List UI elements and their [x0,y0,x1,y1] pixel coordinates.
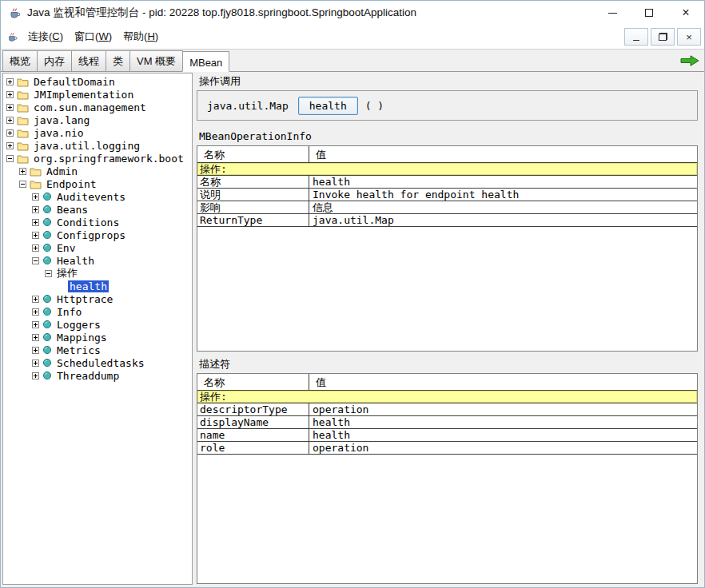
table-row[interactable]: 说明Invoke health for endpoint health [197,189,697,201]
column-header-name[interactable]: 名称 [197,146,309,162]
tree-item-configprops[interactable]: Configprops [3,228,192,241]
menubar: 连接(C)窗口(W)帮助(H) × [1,25,704,50]
table-row[interactable]: namehealth [197,429,697,442]
menu-w[interactable]: 窗口(W) [69,27,118,46]
operation-args: ( ) [365,100,384,112]
tab-概览[interactable]: 概览 [2,50,38,71]
tree-item-defaultdomain[interactable]: DefaultDomain [3,75,192,88]
category-row[interactable]: 操作: [197,163,697,176]
collapse-icon[interactable] [32,257,39,264]
close-icon[interactable]: × [667,1,704,25]
expand-icon[interactable] [32,360,39,367]
menu-h[interactable]: 帮助(H) [118,27,164,46]
expand-icon[interactable] [6,91,14,98]
tree-item-health[interactable]: health [3,280,192,292]
row-value [309,391,697,403]
expand-icon[interactable] [32,347,39,354]
tree-item-admin[interactable]: Admin [3,165,192,177]
mbean-icon [42,307,52,316]
tree-item-label: Auditevents [55,191,127,203]
column-header-value[interactable]: 值 [309,146,697,162]
tree-item-httptrace[interactable]: Httptrace [3,292,192,305]
table-row[interactable]: 影响信息 [197,201,697,214]
row-value: java.util.Map [309,214,697,226]
tree-item-java.util.logging[interactable]: java.util.logging [3,139,192,152]
tree-item-label: health [68,280,109,292]
row-value: health [309,416,697,428]
expand-icon[interactable] [32,308,39,316]
tree-item-com.sun.management[interactable]: com.sun.management [3,101,192,113]
expand-icon[interactable] [32,219,39,226]
tree-item-auditevents[interactable]: Auditevents [3,190,192,203]
row-value [309,163,697,175]
tree-item-jmimplementation[interactable]: JMImplementation [3,88,192,101]
table-row[interactable]: roleoperation [197,442,697,455]
table-row[interactable]: 名称health [197,176,697,189]
row-value: health [309,429,697,441]
jconsole-window: Java 监视和管理控制台 - pid: 20228 top.fjy8018.s… [0,0,705,588]
tab-vm-概要[interactable]: VM 概要 [129,50,183,71]
mbean-tree: DefaultDomainJMImplementationcom.sun.man… [2,73,193,585]
mbean-icon [42,243,52,252]
tree-item-scheduledtasks[interactable]: Scheduledtasks [3,356,192,369]
expand-icon[interactable] [6,78,14,85]
expand-icon[interactable] [32,193,39,201]
tree-item-loggers[interactable]: Loggers [3,318,192,331]
expand-icon[interactable] [6,129,14,137]
tree-item-metrics[interactable]: Metrics [3,344,192,356]
expand-icon[interactable] [32,206,39,213]
internal-restore-icon[interactable] [651,28,675,46]
table-row[interactable]: descriptorTypeoperation [197,403,697,416]
tab-线程[interactable]: 线程 [71,50,106,71]
maximize-icon[interactable] [631,1,667,25]
minimize-icon[interactable] [594,1,631,25]
internal-minimize-icon[interactable] [624,28,648,46]
expand-icon[interactable] [32,232,39,239]
column-header-value[interactable]: 值 [309,374,697,390]
health-invoke-button[interactable]: health [298,97,358,115]
expand-icon[interactable] [6,142,14,149]
tree-item-endpoint[interactable]: Endpoint [3,177,192,190]
operation-invoke-title: 操作调用 [199,75,698,88]
row-name: 说明 [197,189,309,201]
table-row[interactable]: displayNamehealth [197,416,697,429]
expand-icon[interactable] [32,372,39,379]
tree-item-conditions[interactable]: Conditions [3,216,192,228]
collapse-icon[interactable] [6,155,14,162]
row-name: ReturnType [197,214,309,226]
expand-icon[interactable] [6,117,14,124]
tree-item-health[interactable]: Health [3,254,192,267]
tab-strip: 概览内存线程类VM 概要MBean [2,50,229,71]
table-header-row: 名称值 [197,146,697,163]
internal-frame-controls: × [624,28,701,46]
tree-item-java.nio[interactable]: java.nio [3,126,192,139]
tree-item-beans[interactable]: Beans [3,203,192,216]
tree-item-threaddump[interactable]: Threaddump [3,369,192,382]
internal-close-icon[interactable]: × [677,28,701,46]
tree-item-info[interactable]: Info [3,305,192,318]
collapse-icon[interactable] [45,270,52,277]
tree-item-env[interactable]: Env [3,241,192,254]
tree-item-java.lang[interactable]: java.lang [3,113,192,126]
expand-icon[interactable] [32,296,39,303]
table-row[interactable]: ReturnTypejava.util.Map [197,214,697,227]
expand-icon[interactable] [32,334,39,341]
expand-icon[interactable] [32,321,39,328]
tree-item-org.springframework.boot[interactable]: org.springframework.boot [3,152,192,165]
menu-c[interactable]: 连接(C) [22,27,69,46]
tree-item-label: Conditions [55,217,121,228]
expand-icon[interactable] [19,168,26,175]
tab-内存[interactable]: 内存 [37,50,72,71]
tree-item-mappings[interactable]: Mappings [3,331,192,344]
tab-类[interactable]: 类 [106,50,130,71]
folder-icon [17,77,29,87]
tree-item-操作[interactable]: 操作 [3,267,192,280]
collapse-icon[interactable] [19,181,26,188]
tab-mbean[interactable]: MBean [182,51,229,72]
folder-icon [30,179,42,189]
category-row[interactable]: 操作: [197,391,697,403]
expand-icon[interactable] [6,104,14,111]
column-header-name[interactable]: 名称 [197,374,309,390]
expand-icon[interactable] [32,244,39,252]
row-value: operation [309,403,697,415]
